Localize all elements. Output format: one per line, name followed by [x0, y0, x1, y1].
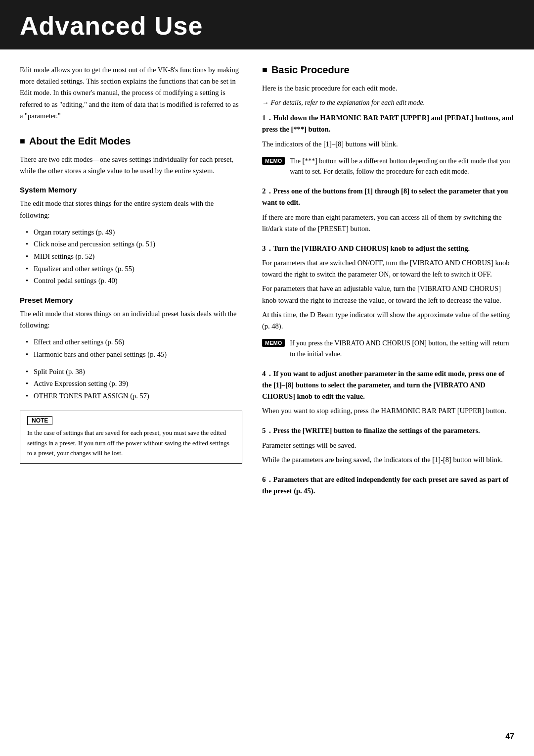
- left-column: Edit mode allows you to get the most out…: [20, 64, 242, 505]
- list-item: Harmonic bars and other panel settings (…: [26, 348, 242, 361]
- step-3-body2: For parameters that have an adjustable v…: [262, 283, 514, 306]
- list-item: Effect and other settings (p. 56): [26, 336, 242, 348]
- step-3: 3．Turn the [VIBRATO AND CHORUS] knob to …: [262, 242, 514, 360]
- step-3-text: 3．Turn the [VIBRATO AND CHORUS] knob to …: [262, 242, 514, 254]
- list-item: Organ rotary settings (p. 49): [26, 226, 242, 238]
- step-4-text: 4．If you want to adjust another paramete…: [262, 368, 514, 403]
- step-2-text: 2．Press one of the buttons from [1] thro…: [262, 185, 514, 208]
- memo-text-1: The [***] button will be a different but…: [290, 156, 514, 177]
- system-memory-body: The edit mode that stores things for the…: [20, 198, 242, 221]
- arrow-note: For details, refer to the explanation fo…: [262, 99, 514, 107]
- system-memory-heading: System Memory: [20, 186, 242, 194]
- basic-procedure-heading: Basic Procedure: [262, 64, 514, 76]
- step-5-body1: Parameter settings will be saved.: [262, 440, 514, 451]
- step-3-body1: For parameters that are switched ON/OFF,…: [262, 257, 514, 280]
- page-title: Advanced Use: [20, 11, 203, 40]
- preset-memory-list-2: Split Point (p. 38) Active Expression se…: [26, 366, 242, 402]
- step-4: 4．If you want to adjust another paramete…: [262, 368, 514, 417]
- step-2: 2．Press one of the buttons from [1] thro…: [262, 185, 514, 235]
- step-5-text: 5．Press the [WRITE] button to finalize t…: [262, 425, 514, 436]
- about-edit-modes-intro: There are two edit modes—one saves setti…: [20, 154, 242, 177]
- step-3-body3: At this time, the D Beam type indicator …: [262, 309, 514, 332]
- page-container: Advanced Use Edit mode allows you to get…: [0, 0, 534, 756]
- list-item: Split Point (p. 38): [26, 366, 242, 378]
- preset-memory-list: Effect and other settings (p. 56) Harmon…: [26, 336, 242, 360]
- header-bar: Advanced Use: [0, 0, 534, 49]
- step-1-text: 1．Hold down the HARMONIC BAR PART [UPPER…: [262, 112, 514, 135]
- right-column: Basic Procedure Here is the basic proced…: [262, 64, 514, 505]
- list-item: Active Expression setting (p. 39): [26, 378, 242, 390]
- step-5: 5．Press the [WRITE] button to finalize t…: [262, 425, 514, 466]
- step-4-body: When you want to stop editing, press the…: [262, 405, 514, 417]
- list-item: MIDI settings (p. 52): [26, 250, 242, 263]
- step-1-body: The indicators of the [1]–[8] buttons wi…: [262, 139, 514, 150]
- memo-box-1: MEMO The [***] button will be a differen…: [262, 156, 514, 177]
- memo-label-2: MEMO: [262, 339, 285, 347]
- memo-text-2: If you press the VIBRATO AND CHORUS [ON]…: [290, 338, 514, 359]
- step-5-body2: While the parameters are being saved, th…: [262, 454, 514, 466]
- preset-memory-section: Preset Memory The edit mode that stores …: [20, 296, 242, 402]
- preset-memory-heading: Preset Memory: [20, 296, 242, 304]
- system-memory-section: System Memory The edit mode that stores …: [20, 186, 242, 287]
- system-memory-list: Organ rotary settings (p. 49) Click nois…: [26, 226, 242, 287]
- list-item: OTHER TONES PART ASSIGN (p. 57): [26, 390, 242, 402]
- note-box: NOTE In the case of settings that are sa…: [20, 411, 242, 463]
- step-6: 6．Parameters that are edited independent…: [262, 473, 514, 497]
- basic-procedure-intro: Here is the basic procedure for each edi…: [262, 83, 514, 94]
- intro-text: Edit mode allows you to get the most out…: [20, 64, 242, 122]
- step-6-text: 6．Parameters that are edited independent…: [262, 473, 514, 497]
- about-edit-modes-section: About the Edit Modes There are two edit …: [20, 136, 242, 464]
- about-edit-modes-heading: About the Edit Modes: [20, 136, 242, 147]
- memo-box-2: MEMO If you press the VIBRATO AND CHORUS…: [262, 338, 514, 359]
- page-number: 47: [505, 732, 514, 741]
- list-item: Click noise and percussion settings (p. …: [26, 238, 242, 250]
- list-item: Equalizer and other settings (p. 55): [26, 263, 242, 275]
- content-area: Edit mode allows you to get the most out…: [0, 64, 534, 505]
- note-text: In the case of settings that are saved f…: [27, 428, 235, 458]
- step-2-body: If there are more than eight parameters,…: [262, 212, 514, 235]
- list-item: Control pedal settings (p. 40): [26, 275, 242, 287]
- note-label: NOTE: [27, 416, 52, 425]
- preset-memory-body: The edit mode that stores things on an i…: [20, 308, 242, 331]
- memo-label-1: MEMO: [262, 157, 285, 165]
- step-1: 1．Hold down the HARMONIC BAR PART [UPPER…: [262, 112, 514, 177]
